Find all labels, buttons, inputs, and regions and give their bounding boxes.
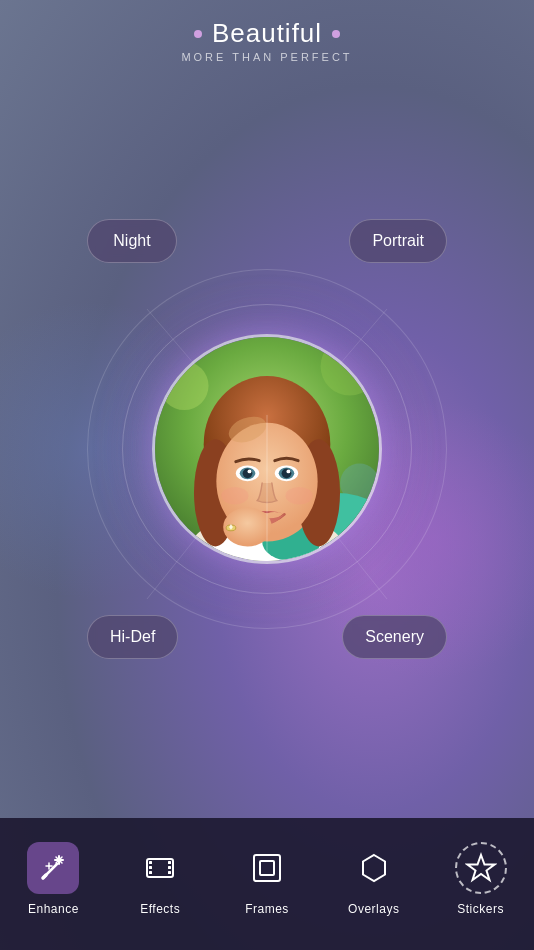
night-button[interactable]: Night (87, 219, 177, 263)
svg-rect-55 (254, 855, 280, 881)
app-subtitle: MORE THAN PERFECT (0, 51, 534, 63)
nav-label-overlays: Overlays (348, 902, 399, 916)
svg-point-26 (282, 468, 292, 478)
frames-icon-wrap (241, 842, 293, 894)
svg-marker-58 (467, 855, 494, 880)
enhance-icon (37, 852, 69, 884)
nav-item-overlays[interactable]: Overlays (320, 842, 427, 916)
svg-rect-33 (266, 415, 268, 561)
hidef-button[interactable]: Hi-Def (87, 615, 178, 659)
bottom-nav: Enhance Effects (0, 818, 534, 950)
nav-item-stickers[interactable]: Stickers (427, 842, 534, 916)
portrait-button[interactable]: Portrait (349, 219, 447, 263)
nav-label-effects: Effects (140, 902, 180, 916)
svg-point-28 (221, 487, 248, 505)
svg-point-22 (243, 468, 253, 478)
overlays-icon-wrap (348, 842, 400, 894)
svg-rect-51 (149, 871, 152, 874)
stickers-icon-wrap (455, 842, 507, 894)
nav-label-enhance: Enhance (28, 902, 79, 916)
scenery-button[interactable]: Scenery (342, 615, 447, 659)
effects-icon-wrap (134, 842, 186, 894)
svg-point-29 (286, 487, 313, 505)
svg-rect-53 (168, 866, 171, 869)
svg-rect-50 (149, 866, 152, 869)
svg-line-35 (43, 875, 46, 878)
svg-point-27 (286, 469, 290, 473)
svg-rect-52 (168, 861, 171, 864)
portrait-image (155, 337, 379, 561)
nav-label-frames: Frames (245, 902, 289, 916)
nav-item-enhance[interactable]: Enhance (0, 842, 107, 916)
nav-item-frames[interactable]: Frames (214, 842, 321, 916)
svg-marker-57 (363, 855, 385, 881)
nav-item-effects[interactable]: Effects (107, 842, 214, 916)
header: Beautiful MORE THAN PERFECT (0, 0, 534, 63)
main-content: Night Portrait Hi-Def Scenery (0, 80, 534, 818)
svg-rect-49 (149, 861, 152, 864)
photo-circle (152, 334, 382, 564)
svg-point-23 (248, 469, 252, 473)
dot-right (332, 30, 340, 38)
svg-rect-54 (168, 871, 171, 874)
enhance-icon-wrap (27, 842, 79, 894)
app-title: Beautiful (212, 18, 322, 49)
overlays-icon (358, 852, 390, 884)
effects-icon (144, 852, 176, 884)
stickers-icon (465, 852, 497, 884)
dot-left (194, 30, 202, 38)
frames-icon (251, 852, 283, 884)
nav-label-stickers: Stickers (457, 902, 504, 916)
svg-rect-56 (260, 861, 274, 875)
center-stage: Night Portrait Hi-Def Scenery (77, 199, 457, 699)
